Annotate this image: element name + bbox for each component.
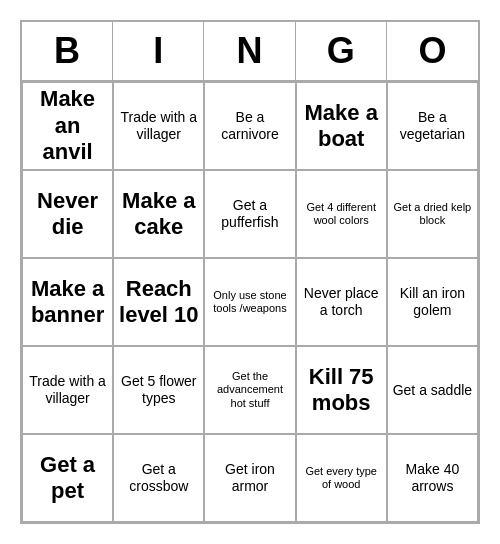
bingo-cell-4[interactable]: Be a vegetarian — [387, 82, 478, 170]
bingo-cell-23[interactable]: Get every type of wood — [296, 434, 387, 522]
bingo-cell-text-0: Make an anvil — [27, 86, 108, 165]
bingo-cell-13[interactable]: Never place a torch — [296, 258, 387, 346]
bingo-cell-15[interactable]: Trade with a villager — [22, 346, 113, 434]
bingo-cell-16[interactable]: Get 5 flower types — [113, 346, 204, 434]
bingo-cell-11[interactable]: Reach level 10 — [113, 258, 204, 346]
bingo-grid: Make an anvilTrade with a villagerBe a c… — [22, 82, 478, 522]
bingo-cell-24[interactable]: Make 40 arrows — [387, 434, 478, 522]
bingo-cell-text-13: Never place a torch — [301, 285, 382, 319]
bingo-cell-text-4: Be a vegetarian — [392, 109, 473, 143]
bingo-cell-text-11: Reach level 10 — [118, 276, 199, 329]
bingo-cell-text-21: Get a crossbow — [118, 461, 199, 495]
bingo-cell-text-7: Get a pufferfish — [209, 197, 290, 231]
bingo-cell-text-6: Make a cake — [118, 188, 199, 241]
bingo-cell-text-19: Get a saddle — [393, 382, 472, 399]
bingo-cell-text-14: Kill an iron golem — [392, 285, 473, 319]
bingo-cell-text-8: Get 4 different wool colors — [301, 201, 382, 227]
header-letter-I: I — [113, 22, 204, 80]
bingo-cell-text-2: Be a carnivore — [209, 109, 290, 143]
bingo-cell-17[interactable]: Get the advancement hot stuff — [204, 346, 295, 434]
bingo-cell-text-18: Kill 75 mobs — [301, 364, 382, 417]
bingo-cell-text-16: Get 5 flower types — [118, 373, 199, 407]
bingo-cell-text-1: Trade with a villager — [118, 109, 199, 143]
bingo-cell-10[interactable]: Make a banner — [22, 258, 113, 346]
bingo-cell-text-23: Get every type of wood — [301, 465, 382, 491]
bingo-cell-text-15: Trade with a villager — [27, 373, 108, 407]
bingo-cell-text-3: Make a boat — [301, 100, 382, 153]
bingo-cell-text-24: Make 40 arrows — [392, 461, 473, 495]
header-letter-B: B — [22, 22, 113, 80]
bingo-cell-text-20: Get a pet — [27, 452, 108, 505]
bingo-cell-12[interactable]: Only use stone tools /weapons — [204, 258, 295, 346]
bingo-cell-text-10: Make a banner — [27, 276, 108, 329]
bingo-cell-1[interactable]: Trade with a villager — [113, 82, 204, 170]
bingo-cell-21[interactable]: Get a crossbow — [113, 434, 204, 522]
bingo-cell-2[interactable]: Be a carnivore — [204, 82, 295, 170]
bingo-cell-8[interactable]: Get 4 different wool colors — [296, 170, 387, 258]
bingo-cell-text-22: Get iron armor — [209, 461, 290, 495]
bingo-cell-5[interactable]: Never die — [22, 170, 113, 258]
bingo-cell-text-17: Get the advancement hot stuff — [209, 370, 290, 410]
header-letter-N: N — [204, 22, 295, 80]
bingo-cell-19[interactable]: Get a saddle — [387, 346, 478, 434]
bingo-cell-text-9: Get a dried kelp block — [392, 201, 473, 227]
header-letter-G: G — [296, 22, 387, 80]
bingo-cell-20[interactable]: Get a pet — [22, 434, 113, 522]
header-letter-O: O — [387, 22, 478, 80]
bingo-header: BINGO — [22, 22, 478, 82]
bingo-cell-text-5: Never die — [27, 188, 108, 241]
bingo-cell-0[interactable]: Make an anvil — [22, 82, 113, 170]
bingo-cell-14[interactable]: Kill an iron golem — [387, 258, 478, 346]
bingo-cell-22[interactable]: Get iron armor — [204, 434, 295, 522]
bingo-card: BINGO Make an anvilTrade with a villager… — [20, 20, 480, 524]
bingo-cell-7[interactable]: Get a pufferfish — [204, 170, 295, 258]
bingo-cell-3[interactable]: Make a boat — [296, 82, 387, 170]
bingo-cell-text-12: Only use stone tools /weapons — [209, 289, 290, 315]
bingo-cell-6[interactable]: Make a cake — [113, 170, 204, 258]
bingo-cell-9[interactable]: Get a dried kelp block — [387, 170, 478, 258]
bingo-cell-18[interactable]: Kill 75 mobs — [296, 346, 387, 434]
